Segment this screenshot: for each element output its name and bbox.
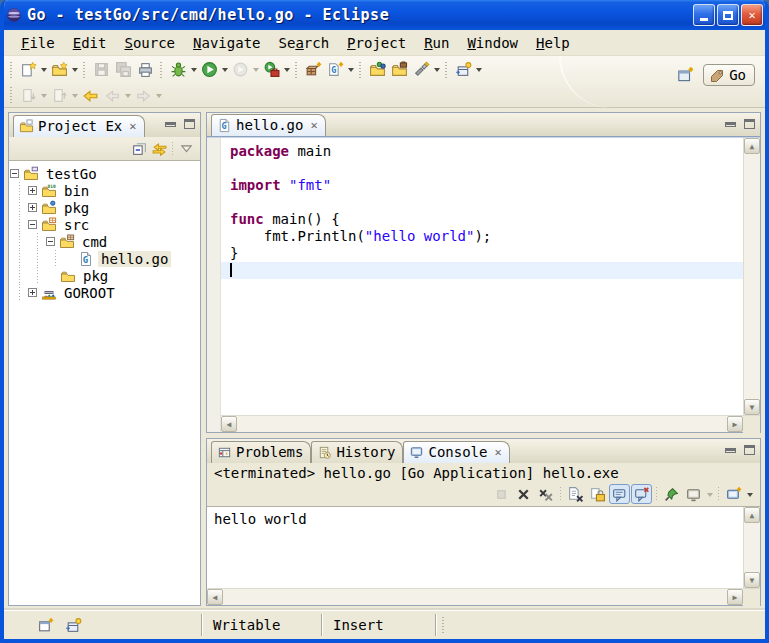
- maximize-editor-button[interactable]: [744, 119, 755, 129]
- export-button[interactable]: [388, 59, 410, 81]
- show-stderr-button[interactable]: [631, 484, 652, 504]
- menu-item-help[interactable]: Help: [527, 33, 579, 53]
- tree-item-bin[interactable]: 010bin: [9, 182, 200, 199]
- debug-button[interactable]: [167, 59, 189, 81]
- code-token: fmt.Println(: [230, 228, 365, 244]
- run-dropdown-icon[interactable]: [220, 59, 229, 81]
- print-button[interactable]: [134, 59, 156, 81]
- toolbar-grip: [8, 61, 15, 79]
- menu-item-window[interactable]: Window: [458, 33, 527, 53]
- new-project-dropdown-icon[interactable]: [70, 59, 79, 81]
- tree-item-pkg[interactable]: pkg: [9, 267, 200, 284]
- synchronize-dropdown-icon[interactable]: [474, 59, 483, 81]
- console-output[interactable]: hello world: [207, 507, 743, 588]
- menu-item-edit[interactable]: Edit: [64, 33, 116, 53]
- console-tab-close-icon[interactable]: ✕: [494, 445, 501, 459]
- console-horizontal-scrollbar[interactable]: ◀ ▶: [207, 589, 743, 605]
- perspective-switcher: Go: [673, 63, 755, 87]
- clear-console-button[interactable]: [565, 484, 586, 504]
- console-tab-console[interactable]: Console✕: [403, 441, 509, 463]
- tree-item-testgo[interactable]: testGo: [9, 165, 200, 182]
- external-tools-button[interactable]: [260, 59, 282, 81]
- new-go-file-button[interactable]: G: [324, 59, 346, 81]
- scroll-up-icon[interactable]: ▲: [744, 507, 760, 523]
- open-console-button[interactable]: [723, 484, 744, 504]
- new-go-file-dropdown-icon[interactable]: [346, 59, 355, 81]
- editor-horizontal-scrollbar[interactable]: ◀ ▶: [221, 416, 743, 432]
- show-stdout-button[interactable]: [609, 484, 630, 504]
- open-perspective-button[interactable]: [673, 63, 697, 87]
- minimize-view-button[interactable]: [165, 122, 176, 127]
- code-editor[interactable]: package mainimport "fmt"func main() { fm…: [221, 138, 743, 415]
- minimize-button[interactable]: [693, 4, 715, 26]
- search-dropdown-icon[interactable]: [432, 59, 441, 81]
- new-go-package-button[interactable]: [302, 59, 324, 81]
- remove-launch-button[interactable]: [513, 484, 534, 504]
- editor-tab-hello-go[interactable]: G hello.go ✕: [211, 114, 326, 136]
- menu-item-project[interactable]: Project: [338, 33, 415, 53]
- display-console-button[interactable]: [683, 484, 704, 504]
- tree-item-cmd[interactable]: cmd: [9, 233, 200, 250]
- scroll-down-icon[interactable]: ▼: [744, 399, 760, 415]
- menu-item-file[interactable]: File: [12, 33, 64, 53]
- display-console-dropdown-icon: [705, 483, 714, 505]
- editor-vertical-scrollbar[interactable]: ▲ ▼: [743, 138, 760, 415]
- svg-text:G: G: [222, 121, 227, 131]
- console-tab-problems[interactable]: Problems: [211, 441, 311, 463]
- scroll-lock-button[interactable]: [587, 484, 608, 504]
- project-explorer-close-icon[interactable]: ✕: [129, 119, 136, 133]
- search-button[interactable]: [410, 59, 432, 81]
- view-menu-button[interactable]: [176, 139, 196, 159]
- status-separator: [435, 614, 437, 636]
- menu-item-run[interactable]: Run: [415, 33, 458, 53]
- menu-item-navigate[interactable]: Navigate: [184, 33, 269, 53]
- synchronize-button[interactable]: [64, 616, 82, 634]
- collapse-all-button[interactable]: [129, 139, 149, 159]
- open-console-dropdown-icon[interactable]: [745, 483, 754, 505]
- new-wizard-dropdown-icon[interactable]: [39, 59, 48, 81]
- scroll-down-icon[interactable]: ▼: [744, 572, 760, 588]
- link-editor-button[interactable]: [149, 139, 169, 159]
- console-tab-label: History: [336, 444, 395, 460]
- expand-icon[interactable]: [28, 186, 37, 195]
- menu-item-source[interactable]: Source: [115, 33, 184, 53]
- console-vertical-scrollbar[interactable]: ▲ ▼: [743, 507, 760, 588]
- fast-view-button[interactable]: [36, 616, 54, 634]
- tree-item-pkg[interactable]: pkg: [9, 199, 200, 216]
- expand-icon[interactable]: [28, 288, 37, 297]
- title-bar[interactable]: Go - testGo/src/cmd/hello.go - Eclipse ✕: [0, 0, 769, 30]
- remove-all-terminated-button[interactable]: [535, 484, 556, 504]
- editor-tab-close-icon[interactable]: ✕: [310, 118, 317, 132]
- go-perspective-button[interactable]: Go: [703, 64, 755, 86]
- tree-item-src[interactable]: src: [9, 216, 200, 233]
- expand-icon[interactable]: [28, 203, 37, 212]
- external-tools-dropdown-icon[interactable]: [282, 59, 291, 81]
- menu-item-search[interactable]: Search: [270, 33, 339, 53]
- collapse-icon[interactable]: [28, 220, 37, 229]
- scroll-up-icon[interactable]: ▲: [744, 138, 760, 154]
- maximize-view-button[interactable]: [184, 119, 195, 129]
- project-explorer-tab[interactable]: Project Ex ✕: [13, 115, 145, 137]
- maximize-console-button[interactable]: [744, 445, 755, 455]
- pin-console-button[interactable]: [661, 484, 682, 504]
- scroll-left-icon[interactable]: ◀: [207, 589, 223, 605]
- last-edit-location-button[interactable]: [79, 84, 101, 106]
- minimize-console-button[interactable]: [725, 448, 736, 453]
- minimize-editor-button[interactable]: [725, 122, 736, 127]
- collapse-icon[interactable]: [46, 237, 55, 246]
- scroll-right-icon[interactable]: ▶: [727, 416, 743, 432]
- console-tab-history[interactable]: History: [311, 441, 403, 463]
- tree-item-goroot[interactable]: GOROOT: [9, 284, 200, 301]
- new-wizard-button[interactable]: [17, 59, 39, 81]
- scroll-left-icon[interactable]: ◀: [221, 416, 237, 432]
- maximize-button[interactable]: [717, 4, 739, 26]
- scroll-right-icon[interactable]: ▶: [727, 589, 743, 605]
- import-button[interactable]: [366, 59, 388, 81]
- new-project-button[interactable]: [48, 59, 70, 81]
- collapse-icon[interactable]: [10, 169, 19, 178]
- debug-dropdown-icon[interactable]: [189, 59, 198, 81]
- run-button[interactable]: [198, 59, 220, 81]
- close-button[interactable]: ✕: [741, 4, 763, 26]
- tree-item-hello-go[interactable]: Ghello.go: [9, 250, 200, 267]
- synchronize-button[interactable]: [452, 59, 474, 81]
